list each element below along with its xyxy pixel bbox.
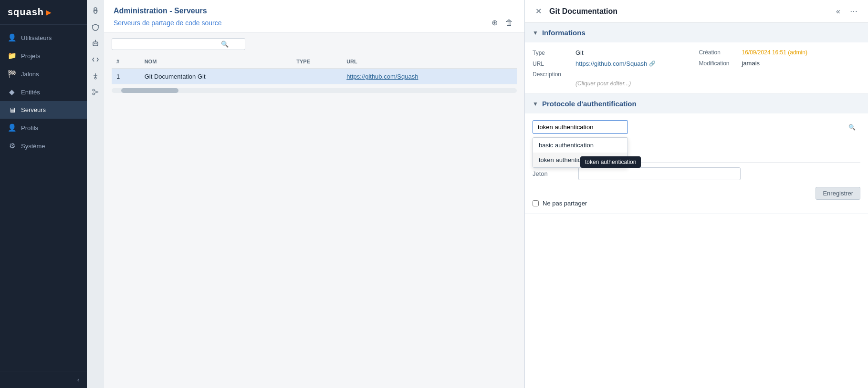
search-bar: 🔍 [112, 38, 245, 50]
creation-label: Création [699, 49, 737, 56]
chevron-down-icon: ▼ [533, 30, 538, 36]
dropdown-item-basic[interactable]: basic authentication [533, 138, 627, 153]
svg-point-12 [93, 89, 94, 91]
no-share-row: Ne pas partager [533, 200, 860, 207]
sidebar-label-jalons: Jalons [21, 71, 39, 78]
panel-more-button[interactable]: ⋯ [847, 6, 860, 17]
delete-server-button[interactable]: 🗑 [503, 17, 515, 28]
url-link[interactable]: https://github.com/Squash [346, 73, 418, 80]
bug-icon-button[interactable] [88, 4, 103, 18]
search-icon: 🔍 [221, 41, 229, 48]
col-num: # [112, 55, 140, 69]
sidebar-item-jalons[interactable]: 🏁 Jalons [0, 65, 87, 83]
sidebar-label-entites: Entités [21, 89, 40, 96]
sidebar-label-systeme: Système [21, 143, 45, 150]
col-url: URL [342, 55, 517, 69]
logo: squash ▶ [0, 0, 87, 25]
scroll-thumb[interactable] [121, 88, 178, 93]
header-actions: ⊕ 🗑 [490, 17, 515, 28]
minus-icon-button[interactable] [88, 69, 103, 83]
url-value[interactable]: https://github.com/Squash 🔗 [575, 60, 656, 67]
auth-dropdown: basic authentication token authenticatio… [533, 137, 628, 168]
auth-search-input[interactable] [533, 120, 628, 134]
col-type: TYPE [292, 55, 342, 69]
servers-table: # NOM TYPE URL 1 Git Documentation Git h… [112, 55, 517, 84]
robot-icon-button[interactable] [88, 36, 103, 51]
server-icon: 🖥 [8, 106, 16, 114]
sidebar-collapse-button[interactable]: ‹ [0, 371, 87, 388]
svg-rect-4 [93, 42, 98, 46]
content-header: Administration - Serveurs Serveurs de pa… [104, 0, 524, 32]
cell-name: Git Documentation Git [140, 69, 292, 84]
panel-header-actions: « ⋯ [833, 6, 860, 17]
scissors-icon-button[interactable] [88, 85, 103, 99]
type-row: Type Git [533, 49, 694, 56]
svg-rect-5 [94, 43, 95, 44]
code-icon-button[interactable] [88, 52, 103, 67]
panel-content: ▼ Informations Type Git URL https://gith… [525, 23, 868, 388]
svg-rect-6 [96, 43, 97, 44]
informations-section-header[interactable]: ▼ Informations [525, 23, 868, 42]
svg-line-15 [94, 92, 98, 93]
cell-type [292, 69, 342, 84]
sidebar-item-systeme[interactable]: ⚙ Système [0, 137, 87, 155]
cell-url: https://github.com/Squash [342, 69, 517, 84]
type-value: Git [575, 49, 584, 56]
right-panel: ✕ Git Documentation « ⋯ ▼ Informations T… [524, 0, 868, 388]
chevron-left-icon: ‹ [77, 376, 79, 383]
jeton-field-row: Jeton [533, 167, 860, 180]
sidebar-item-profils[interactable]: 👤 Profils [0, 119, 87, 137]
no-share-checkbox[interactable] [533, 200, 539, 206]
shield-icon-button[interactable] [88, 20, 103, 34]
url-row: URL https://github.com/Squash 🔗 [533, 60, 694, 67]
sidebar-label-projets: Projets [21, 52, 40, 60]
panel-header: ✕ Git Documentation « ⋯ [525, 0, 868, 23]
save-button[interactable]: Enregistrer [816, 187, 860, 200]
auth-body: 🔍 basic authentication token authenticat… [525, 113, 868, 214]
auth-title: Protocole d'authentification [542, 100, 637, 108]
sidebar-item-entites[interactable]: ◆ Entités [0, 83, 87, 101]
sidebar-label-profils: Profils [21, 124, 38, 132]
type-label: Type [533, 50, 571, 56]
cell-num: 1 [112, 69, 140, 84]
section-title: Serveurs de partage de code source ⊕ 🗑 [114, 17, 515, 28]
panel-close-button[interactable]: ✕ [533, 6, 544, 17]
sidebar-nav: 👤 Utilisateurs 📁 Projets 🏁 Jalons ◆ Enti… [0, 25, 87, 371]
modification-label: Modification [699, 60, 737, 67]
diamond-icon: ◆ [8, 88, 16, 96]
search-input[interactable] [116, 41, 221, 48]
auth-search-icon: 🔍 [848, 124, 856, 131]
informations-section: ▼ Informations Type Git URL https://gith… [525, 23, 868, 94]
icon-sidebar [87, 0, 104, 388]
description-placeholder[interactable]: (Cliquer pour éditer...) [575, 80, 631, 87]
table-row[interactable]: 1 Git Documentation Git https://github.c… [112, 69, 517, 84]
add-server-button[interactable]: ⊕ [490, 17, 500, 28]
gear-icon: ⚙ [8, 142, 16, 150]
svg-line-14 [94, 91, 98, 92]
no-share-label: Ne pas partager [543, 200, 587, 207]
sidebar-item-projets[interactable]: 📁 Projets [0, 47, 87, 65]
jeton-label: Jeton [533, 170, 571, 177]
main-content: Administration - Serveurs Serveurs de pa… [104, 0, 524, 388]
auth-search-container: 🔍 basic authentication token authenticat… [533, 120, 860, 134]
folder-icon: 📁 [8, 51, 16, 60]
sidebar-item-utilisateurs[interactable]: 👤 Utilisateurs [0, 29, 87, 47]
sidebar-label-serveurs: Serveurs [21, 106, 46, 113]
external-link-icon: 🔗 [649, 61, 656, 67]
auth-chevron-down-icon: ▼ [533, 101, 538, 107]
svg-point-8 [95, 40, 96, 41]
panel-title: Git Documentation [549, 7, 617, 16]
server-table-area: 🔍 # NOM TYPE URL 1 Git Documentation Git… [104, 32, 524, 388]
auth-section: ▼ Protocole d'authentification 🔍 basic a… [525, 94, 868, 214]
horizontal-scrollbar[interactable] [112, 88, 517, 93]
jeton-input[interactable] [578, 167, 741, 180]
description-row: Description [533, 71, 694, 78]
sidebar-item-serveurs[interactable]: 🖥 Serveurs [0, 101, 87, 119]
auth-section-header[interactable]: ▼ Protocole d'authentification [525, 94, 868, 113]
description-label: Description [533, 71, 571, 78]
informations-title: Informations [542, 29, 586, 37]
modification-value: jamais [742, 60, 760, 67]
user-icon: 👤 [8, 33, 16, 42]
panel-collapse-button[interactable]: « [833, 6, 843, 17]
dropdown-item-token[interactable]: token authentication [533, 153, 627, 167]
